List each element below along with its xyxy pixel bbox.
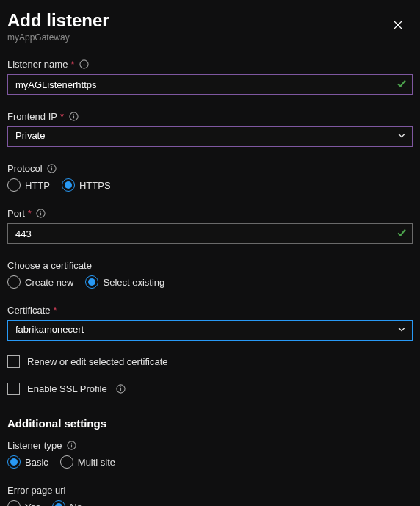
svg-point-7: [73, 114, 73, 115]
svg-point-10: [51, 166, 52, 167]
port-label: Port*: [7, 208, 413, 219]
info-icon[interactable]: [68, 112, 79, 122]
listener-name-input[interactable]: [7, 74, 413, 95]
listener-type-multi-radio[interactable]: Multi site: [60, 455, 115, 469]
close-button[interactable]: [388, 15, 408, 35]
check-icon: [397, 228, 407, 240]
svg-point-13: [40, 211, 41, 212]
frontend-ip-label: Frontend IP*: [7, 111, 413, 122]
info-icon[interactable]: [79, 59, 89, 70]
listener-type-basic-radio[interactable]: Basic: [7, 455, 48, 469]
listener-type-label: Listener type: [7, 440, 413, 451]
info-icon[interactable]: [66, 441, 76, 451]
select-existing-radio[interactable]: Select existing: [85, 275, 164, 289]
svg-point-4: [84, 62, 84, 62]
port-input[interactable]: [7, 223, 413, 244]
enable-ssl-checkbox[interactable]: Enable SSL Profile: [7, 383, 413, 395]
info-icon[interactable]: [47, 164, 57, 174]
renew-cert-checkbox[interactable]: Renew or edit selected certificate: [7, 355, 413, 368]
listener-name-label: Listener name*: [7, 59, 413, 70]
svg-point-16: [120, 386, 121, 387]
certificate-select[interactable]: fabrikamonecert: [7, 320, 413, 341]
page-subtitle: myAppGateway: [7, 32, 109, 43]
additional-settings-heading: Additional settings: [7, 417, 413, 430]
protocol-label: Protocol: [7, 163, 413, 174]
error-page-yes-radio[interactable]: Yes: [7, 500, 40, 506]
info-icon[interactable]: [36, 209, 46, 219]
certificate-label: Certificate*: [7, 305, 413, 316]
error-page-label: Error page url: [7, 485, 413, 496]
protocol-http-radio[interactable]: HTTP: [7, 178, 50, 192]
protocol-https-radio[interactable]: HTTPS: [62, 178, 111, 192]
page-title: Add listener: [7, 10, 109, 31]
svg-point-19: [71, 443, 72, 444]
create-new-radio[interactable]: Create new: [7, 275, 73, 289]
frontend-ip-select[interactable]: Private: [7, 126, 413, 147]
info-icon[interactable]: [116, 384, 126, 394]
check-icon: [397, 79, 407, 91]
choose-cert-label: Choose a certificate: [7, 260, 413, 271]
error-page-no-radio[interactable]: No: [52, 500, 82, 506]
